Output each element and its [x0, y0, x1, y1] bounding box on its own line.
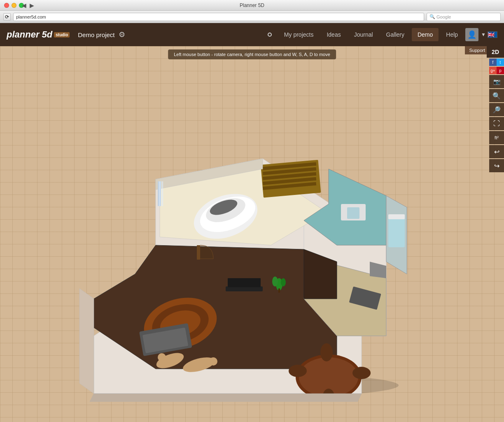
- redo-button[interactable]: ↪: [489, 159, 504, 172]
- project-name[interactable]: Demo project: [78, 31, 114, 38]
- svg-rect-17: [347, 207, 359, 219]
- nav-my-projects[interactable]: My projects: [278, 28, 320, 41]
- twitter-icon[interactable]: t: [497, 59, 504, 66]
- social-icons: f t: [489, 59, 504, 66]
- units-icon: ft²: [495, 135, 499, 140]
- nav-demo[interactable]: Demo: [412, 28, 439, 41]
- nav-journal[interactable]: Journal: [348, 28, 379, 41]
- tooltip-box: Left mouse button - rotate camera, right…: [168, 49, 336, 59]
- redo-icon: ↪: [494, 162, 499, 170]
- canvas-area[interactable]: Left mouse button - rotate camera, right…: [0, 46, 504, 422]
- svg-rect-29: [228, 278, 261, 287]
- address-text: planner5d.com: [16, 14, 46, 19]
- header-nav: My projects Ideas Journal Gallery Demo H…: [268, 28, 497, 41]
- fullscreen-icon: ⛶: [493, 120, 500, 127]
- settings-icon[interactable]: ⚙: [119, 30, 125, 39]
- svg-point-31: [272, 277, 278, 286]
- zoom-out-icon: 🔎: [492, 106, 501, 114]
- svg-rect-51: [159, 181, 160, 206]
- nav-arrows[interactable]: ◀ ▶: [21, 2, 35, 9]
- svg-point-27: [209, 357, 217, 366]
- svg-point-39: [289, 365, 307, 377]
- svg-marker-18: [94, 245, 337, 369]
- googleplus-icon[interactable]: g+: [489, 67, 497, 74]
- search-placeholder: Google: [436, 14, 451, 19]
- svg-rect-49: [388, 214, 405, 219]
- address-bar[interactable]: planner5d.com: [13, 13, 424, 21]
- floorplan-3d: [73, 97, 411, 402]
- pinterest-icon[interactable]: p: [497, 67, 504, 74]
- search-bar[interactable]: 🔍 Google: [427, 13, 501, 21]
- screenshot-button[interactable]: 📷: [489, 75, 504, 88]
- fullscreen-button[interactable]: ⛶: [489, 117, 504, 130]
- social-icons-2: g+ p: [489, 67, 504, 74]
- units-button[interactable]: ft²: [489, 131, 504, 144]
- back-arrow[interactable]: ◀: [21, 2, 28, 9]
- language-flag[interactable]: [488, 31, 497, 38]
- browser-titlebar: ◀ ▶ Planner 5D: [0, 0, 504, 11]
- svg-point-25: [158, 353, 166, 361]
- main-content: Left mouse button - rotate camera, right…: [0, 46, 504, 422]
- logo: planner 5d studio: [7, 29, 70, 40]
- svg-point-40: [352, 367, 371, 379]
- minimize-dot[interactable]: [12, 3, 16, 8]
- reload-button[interactable]: ⟳: [3, 13, 11, 21]
- app-header: planner 5d studio Demo project ⚙ My proj…: [0, 23, 504, 46]
- right-sidebar: f t g+ p 📷 🔍 🔎 ⛶ ft² ↩: [489, 59, 504, 172]
- close-dot[interactable]: [4, 3, 9, 8]
- btn-2d[interactable]: 2D: [487, 46, 504, 58]
- zoom-out-button[interactable]: 🔎: [489, 103, 504, 116]
- nav-gallery[interactable]: Gallery: [380, 28, 410, 41]
- facebook-icon[interactable]: f: [489, 59, 497, 66]
- logo-text: planner 5d: [7, 29, 52, 40]
- svg-point-32: [281, 278, 286, 286]
- support-button[interactable]: Support: [465, 46, 489, 54]
- browser-window: ◀ ▶ Planner 5D ⟳ planner5d.com 🔍 Google: [0, 0, 504, 23]
- nav-help[interactable]: Help: [440, 28, 464, 41]
- screenshot-icon: 📷: [493, 78, 500, 85]
- svg-rect-33: [278, 288, 280, 293]
- forward-arrow[interactable]: ▶: [28, 2, 35, 9]
- search-icon: 🔍: [429, 14, 435, 19]
- avatar[interactable]: 👤: [465, 28, 478, 41]
- nav-indicator: [268, 33, 272, 37]
- zoom-in-icon: 🔍: [492, 92, 501, 100]
- svg-point-41: [320, 343, 333, 361]
- user-dropdown-arrow[interactable]: ▼: [481, 32, 486, 38]
- zoom-in-button[interactable]: 🔍: [489, 89, 504, 102]
- logo-badge: studio: [54, 32, 70, 38]
- svg-rect-46: [197, 245, 200, 260]
- undo-icon: ↩: [494, 148, 499, 156]
- undo-button[interactable]: ↩: [489, 145, 504, 158]
- svg-rect-53: [162, 181, 163, 206]
- svg-rect-52: [161, 181, 161, 206]
- browser-title: Planner 5D: [240, 2, 264, 8]
- nav-ideas[interactable]: Ideas: [321, 28, 346, 41]
- svg-marker-44: [88, 394, 362, 402]
- browser-toolbar: ⟳ planner5d.com 🔍 Google: [0, 11, 504, 23]
- tooltip-text: Left mouse button - rotate camera, right…: [174, 52, 330, 57]
- svg-marker-43: [79, 288, 94, 394]
